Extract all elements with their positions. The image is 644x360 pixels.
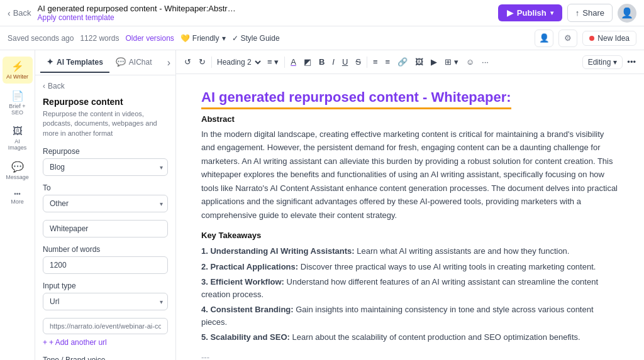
toolbar: ↺ ↻ Heading 2Heading 1Heading 3Paragraph… [176,50,644,74]
input-type-label: Input type [43,281,168,290]
style-guide-label: Style Guide [241,34,280,43]
repurpose-label: Repurpose [43,147,168,156]
tone-label: Friendly [192,34,219,43]
panel-section-desc: Repurpose the content in videos, podcast… [43,109,168,138]
editor-content[interactable]: AI generated repurposed content - Whitep… [176,74,644,360]
topbar-right: ▶ Publish ▾ ↑ Share 👤 [498,4,636,23]
input-type-select[interactable]: UrlTextFile [43,293,168,310]
new-idea-button[interactable]: New Idea [582,31,636,46]
bold-btn[interactable]: B [316,55,328,69]
url-input[interactable] [43,318,168,334]
brief-seo-icon: 📄 [11,90,24,102]
num-words-input[interactable] [43,256,168,274]
sidebar-label-message: Message [6,174,29,180]
ai-templates-icon: ✦ [47,57,53,67]
add-url-label: + Add another url [49,338,107,347]
sidebar-item-ai-writer[interactable]: ⚡ AI Writer [3,57,33,84]
aichat-icon: 💬 [116,57,126,67]
tone-emoji: 💛 [180,34,190,43]
red-dot-indicator [589,36,594,41]
panel-tabs: ✦ AI Templates 💬 AIChat › [35,50,175,75]
sidebar-item-message[interactable]: 💬 Message [3,157,33,184]
num-words-label: Number of words [43,245,168,254]
panel-collapse-btn[interactable]: › [167,57,170,68]
play-btn[interactable]: ▶ [428,55,440,69]
toolbar-more-btn[interactable]: ··· [479,55,492,69]
to-select-wrapper: OtherWhitepaperReportEbook ▾ [43,195,168,212]
tab-aichat-label: AIChat [129,58,152,67]
back-label: Back [13,8,31,18]
emoji-btn[interactable]: ☺ [463,55,477,69]
panel: ✦ AI Templates 💬 AIChat › ‹ Back Repurpo… [35,50,176,360]
publish-chevron-icon: ▾ [550,9,553,16]
settings-icon-btn[interactable]: ⚙ [558,30,577,47]
style-guide-btn[interactable]: ✓ Style Guide [232,34,280,43]
publish-icon: ▶ [507,8,513,18]
tab-ai-templates-label: AI Templates [57,58,103,67]
toolbar-divider-2 [284,57,285,68]
underline-btn[interactable]: U [339,55,351,69]
key-takeaways-title: Key Takeaways [201,231,619,240]
topbar: ‹ Back AI generated repurposed content -… [0,0,644,26]
tab-aichat[interactable]: 💬 AIChat [109,52,158,73]
panel-back-arrow-icon: ‹ [43,82,45,90]
more-icon: ••• [14,190,21,197]
undo-button[interactable]: ↺ [181,55,194,69]
panel-back-btn[interactable]: ‹ Back [43,82,168,90]
table-btn[interactable]: ⊞ ▾ [441,55,462,69]
share-label: Share [582,8,604,18]
add-url-plus-icon: + [43,338,47,347]
image-btn[interactable]: 🖼 [412,55,426,69]
redo-button[interactable]: ↻ [196,55,209,69]
sidebar-label-ai-images: AI Images [5,138,30,151]
share-button[interactable]: ↑ Share [567,4,613,22]
strikethrough-btn[interactable]: S [352,55,364,69]
divider-dashes: --- [201,352,619,360]
sidebar-item-ai-images[interactable]: 🖼 AI Images [3,122,33,155]
back-arrow-icon: ‹ [8,8,11,18]
sidebar-label-brief-seo: Brief + SEO [5,103,30,116]
list-item: 1. Understanding AI Writing Assistants: … [201,245,619,258]
to-select[interactable]: OtherWhitepaperReportEbook [43,195,168,212]
saved-status: Saved seconds ago [8,34,74,43]
list-item: 3. Efficient Workflow: Understand how di… [201,276,619,300]
user-icon-btn[interactable]: 👤 [535,30,553,47]
editing-btn[interactable]: Editing ▾ [582,55,623,69]
older-versions-link[interactable]: Older versions [125,34,174,43]
publish-button[interactable]: ▶ Publish ▾ [498,4,562,21]
tone-selector[interactable]: 💛 Friendly ▾ [180,34,226,43]
topbar-left: ‹ Back AI generated repurposed content -… [8,4,239,22]
style-guide-icon: ✓ [232,34,238,43]
whitepaper-input[interactable] [43,220,168,237]
bullet-list-btn[interactable]: ≡ [370,55,381,69]
add-url-btn[interactable]: + + Add another url [43,338,168,347]
main-layout: ⚡ AI Writer 📄 Brief + SEO 🖼 AI Images 💬 … [0,50,644,360]
doc-title-heading-wrap: AI generated repurposed content - Whitep… [201,89,619,106]
toolbar-overflow-btn[interactable]: ••• [624,55,639,69]
ai-images-icon: 🖼 [13,126,23,137]
avatar[interactable]: 👤 [618,4,636,23]
repurpose-select[interactable]: BlogArticleSocial PostEmail [43,158,168,176]
sidebar-item-brief-seo[interactable]: 📄 Brief + SEO [3,86,33,119]
sidebar-label-ai-writer: AI Writer [6,74,28,80]
back-button[interactable]: ‹ Back [8,8,31,18]
link-btn[interactable]: 🔗 [394,55,411,69]
toolbar-divider-3 [367,57,367,68]
list-item: 5. Scalability and SEO: Learn about the … [201,331,619,344]
italic-btn[interactable]: I [329,55,338,69]
align-btn[interactable]: ≡ ▾ [264,55,282,69]
sidebar-item-more[interactable]: ••• More [3,187,33,209]
abstract-text: In the modern digital landscape, creatin… [201,128,619,222]
numbered-list-btn[interactable]: ≡ [382,55,394,69]
text-color-btn[interactable]: A [287,55,299,69]
new-idea-label: New Idea [597,34,630,43]
highlight-btn[interactable]: ◩ [301,55,314,69]
apply-template-link[interactable]: Apply content template [38,13,239,22]
doc-info: AI generated repurposed content - Whitep… [38,4,239,22]
list-item: 4. Consistent Branding: Gain insights in… [201,303,619,328]
sidebar-label-more: More [11,199,24,205]
heading-select[interactable]: Heading 2Heading 1Heading 3Paragraph [214,57,263,67]
tab-ai-templates[interactable]: ✦ AI Templates [40,52,109,73]
repurpose-select-wrapper: BlogArticleSocial PostEmail ▾ [43,158,168,176]
publish-label: Publish [517,8,547,18]
